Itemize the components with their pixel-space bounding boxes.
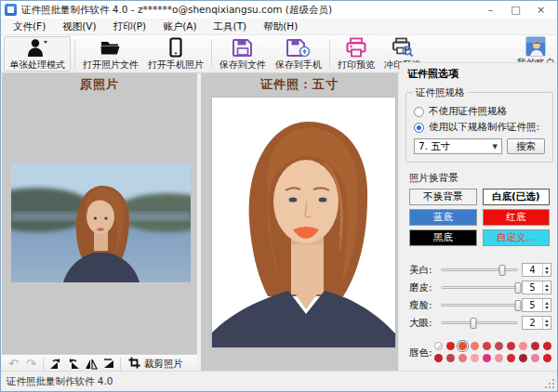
bg-button-1[interactable]: 白底(已选) — [483, 189, 551, 205]
menu-account[interactable]: 账户(A) — [154, 19, 205, 34]
lip-swatch-3[interactable] — [471, 342, 479, 350]
save-to-phone-button[interactable]: 保存到手机 — [271, 35, 326, 72]
lip-swatch-16[interactable] — [507, 354, 515, 362]
menu-view[interactable]: 视图(V) — [54, 19, 104, 34]
radio-no-spec[interactable]: 不使用证件照规格 — [414, 105, 545, 118]
slider-value: 5 — [523, 281, 542, 294]
menu-bar: 文件(F)视图(V)打印(P)账户(A)工具(T)帮助(H) — [1, 19, 557, 35]
radio-use-spec[interactable]: 使用以下规格制作证件照: — [414, 121, 545, 134]
menu-file[interactable]: 文件(F) — [5, 19, 54, 34]
save-to-file-button[interactable]: 保存到文件 — [215, 35, 271, 72]
lip-swatch-11[interactable] — [446, 354, 455, 362]
floppy-icon — [232, 37, 254, 58]
lip-none-swatch[interactable] — [434, 342, 443, 350]
rotate-right-icon[interactable] — [64, 356, 82, 372]
slider-track[interactable] — [441, 264, 518, 277]
slider-value-spinner[interactable]: 2 — [522, 316, 551, 330]
lip-color-row-2 — [434, 352, 551, 363]
person-icon — [26, 37, 48, 58]
redo-icon[interactable]: ↷ — [22, 356, 40, 372]
slider-thumb[interactable] — [499, 265, 506, 276]
lip-swatch-5[interactable] — [495, 342, 503, 350]
bg-button-4[interactable]: 黑底 — [409, 229, 477, 246]
open-phone-photo-button[interactable]: 打开手机照片 — [143, 35, 208, 72]
lip-color-section: 唇色: — [409, 340, 551, 364]
menu-help[interactable]: 帮助(H) — [255, 19, 306, 34]
lip-swatch-7[interactable] — [519, 342, 527, 350]
single-mode-button[interactable]: 单张处理模式 — [4, 36, 71, 72]
spec-select[interactable]: 7. 五寸 ▼ — [414, 138, 502, 154]
phone-icon — [165, 37, 187, 58]
flip-vertical-icon[interactable] — [100, 356, 117, 372]
slider-track[interactable] — [441, 281, 518, 294]
slider-row-3: 大眼:2 — [409, 314, 551, 332]
lip-swatch-1[interactable] — [446, 342, 455, 350]
mini-separator — [43, 358, 44, 371]
rotate-left-icon[interactable] — [46, 356, 64, 372]
printer-magnifier-icon — [392, 37, 414, 58]
maximize-button[interactable]: □ — [503, 2, 528, 19]
lip-swatch-10[interactable] — [434, 354, 443, 362]
lip-swatch-4[interactable] — [483, 342, 491, 350]
print-preview-button[interactable]: 打印预览 — [333, 35, 379, 72]
bg-button-5[interactable]: 自定义... — [483, 229, 551, 246]
slider-row-0: 美白:4 — [409, 261, 551, 279]
crop-photo-button[interactable]: 裁剪照片 — [124, 356, 188, 372]
search-button[interactable]: 搜索 — [507, 138, 545, 154]
spinner-arrows-icon[interactable] — [542, 317, 551, 329]
app-window: 证件照批量制作软件 4.0 - z******o@shenqixiangsu.c… — [0, 0, 558, 392]
chevron-down-icon: ▼ — [493, 143, 498, 150]
resize-grip[interactable] — [544, 378, 555, 389]
folder-icon — [100, 37, 122, 58]
lip-swatch-19[interactable] — [543, 354, 551, 362]
undo-icon[interactable]: ↶ — [5, 356, 22, 372]
open-photo-file-button[interactable]: 打开照片文件 — [78, 35, 143, 72]
slider-label: 美白: — [409, 264, 437, 277]
background-group-title: 照片换背景 — [409, 172, 550, 185]
toolbar-separator — [211, 39, 212, 69]
radio-icon[interactable] — [414, 107, 424, 117]
radio-selected-icon[interactable] — [414, 123, 424, 133]
slider-track[interactable] — [441, 299, 518, 312]
spinner-arrows-icon[interactable] — [542, 299, 551, 311]
slider-value: 4 — [523, 264, 542, 276]
slider-value-spinner[interactable]: 5 — [522, 281, 551, 294]
lip-swatch-9[interactable] — [543, 342, 551, 350]
minimize-button[interactable]: – — [478, 2, 503, 19]
lip-swatch-17[interactable] — [519, 354, 527, 362]
spinner-arrows-icon[interactable] — [542, 281, 551, 294]
slider-track[interactable] — [441, 317, 518, 330]
lip-swatch-12[interactable] — [458, 354, 467, 362]
options-title: 证件照选项 — [400, 63, 558, 83]
title-bar: 证件照批量制作软件 4.0 - z******o@shenqixiangsu.c… — [1, 1, 557, 19]
bg-button-0[interactable]: 不换背景 — [409, 189, 477, 205]
lip-swatch-8[interactable] — [531, 342, 539, 350]
flip-horizontal-icon[interactable] — [82, 356, 100, 372]
slider-value-spinner[interactable]: 5 — [522, 298, 551, 312]
menu-print[interactable]: 打印(P) — [105, 19, 155, 34]
lip-swatch-2[interactable] — [458, 342, 467, 350]
spinner-arrows-icon[interactable] — [542, 264, 551, 276]
spec-group-title: 证件照规格 — [413, 86, 468, 99]
toolbar-separator — [329, 39, 330, 69]
slider-value-spinner[interactable]: 4 — [522, 263, 551, 277]
bg-button-2[interactable]: 蓝底 — [409, 209, 477, 226]
beauty-sliders: 美白:4磨皮:5瘦脸:5大眼:2 — [409, 261, 551, 332]
slider-thumb[interactable] — [515, 300, 522, 311]
lip-swatch-15[interactable] — [495, 354, 503, 362]
slider-thumb[interactable] — [470, 318, 476, 329]
bg-button-3[interactable]: 红底 — [483, 209, 551, 226]
lip-swatch-14[interactable] — [483, 354, 491, 362]
close-button[interactable]: × — [528, 2, 553, 19]
crop-photo-label: 裁剪照片 — [144, 358, 183, 371]
lip-swatch-6[interactable] — [507, 342, 515, 350]
slider-value: 2 — [523, 317, 542, 329]
toolbar-separator — [74, 39, 75, 69]
slider-thumb[interactable] — [515, 282, 522, 294]
lip-swatch-18[interactable] — [531, 354, 539, 362]
lip-swatch-13[interactable] — [471, 354, 479, 362]
original-photo-title: 原照片 — [2, 73, 197, 93]
radio-no-spec-label: 不使用证件照规格 — [429, 105, 507, 118]
menu-tools[interactable]: 工具(T) — [206, 19, 256, 34]
slider-label: 磨皮: — [409, 281, 437, 294]
